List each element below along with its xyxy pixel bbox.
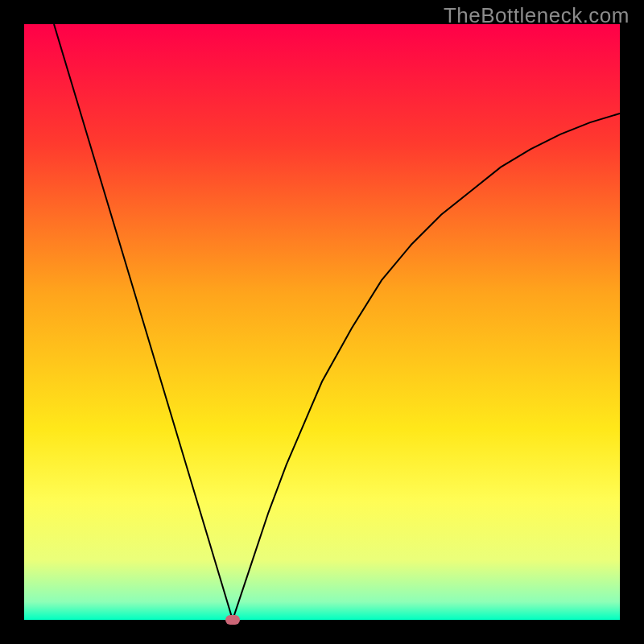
minimum-marker	[225, 615, 240, 625]
watermark-label: TheBottleneck.com	[444, 3, 630, 28]
chart-frame: TheBottleneck.com	[0, 0, 644, 644]
bottleneck-curve	[24, 24, 620, 620]
plot-area	[24, 24, 620, 620]
